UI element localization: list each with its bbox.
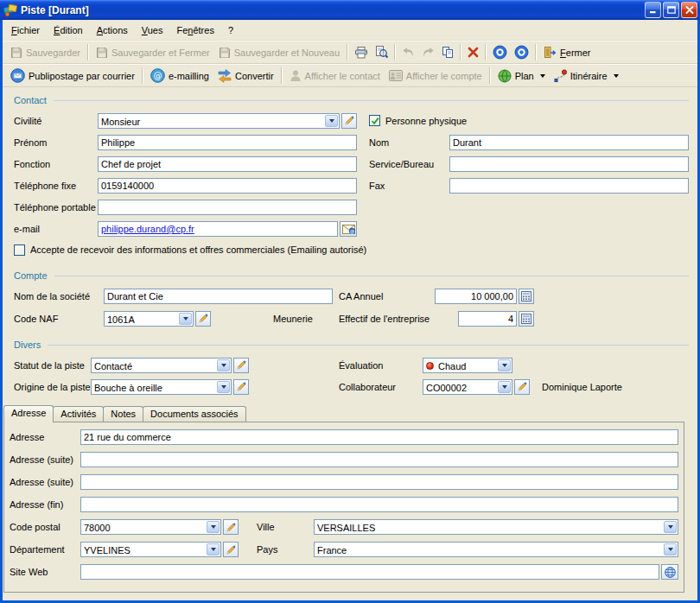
maximize-restore-button[interactable]	[663, 2, 679, 18]
origine-piste-edit-button[interactable]	[233, 379, 249, 395]
code-postal-dropdown-button[interactable]	[207, 521, 220, 533]
email-label: e-mail	[14, 224, 98, 234]
send-email-button[interactable]: @	[340, 221, 357, 237]
convert-icon	[218, 69, 232, 83]
statut-piste-edit-button[interactable]	[233, 358, 249, 373]
adresse-input[interactable]	[80, 429, 678, 445]
copy-button[interactable]	[438, 43, 457, 62]
adresse-suite2-input[interactable]	[80, 474, 678, 490]
code-naf-select[interactable]: 1061A	[104, 311, 194, 327]
personne-physique-checkbox[interactable]	[369, 115, 380, 126]
menu-actions[interactable]: Actions	[90, 22, 135, 38]
effectif-calculator-button[interactable]	[519, 311, 534, 327]
collaborateur-select[interactable]: CO00002	[423, 379, 512, 395]
adresse-row: Adresse	[10, 426, 678, 448]
itinerary-button[interactable]: Itinéraire	[550, 67, 623, 86]
statut-piste-select[interactable]: Contacté	[91, 358, 232, 373]
mailmerge-button[interactable]: Publipostage par courrier	[6, 67, 139, 86]
save-close-button[interactable]: Sauvegarder et Fermer	[92, 43, 214, 62]
site-web-input[interactable]	[80, 564, 659, 580]
emailing-optin-checkbox[interactable]	[14, 244, 25, 256]
save-button[interactable]: Sauvegarder	[6, 43, 85, 62]
code-naf-dropdown-button[interactable]	[179, 313, 192, 325]
ville-select[interactable]: VERSAILLES	[314, 519, 678, 535]
code-postal-edit-button[interactable]	[223, 519, 239, 535]
evaluation-label: Évaluation	[339, 360, 423, 371]
ca-annuel-label: CA Annuel	[339, 291, 435, 302]
origine-piste-dropdown-button[interactable]	[217, 381, 230, 393]
telephone-fixe-row: Téléphone fixe Fax	[14, 175, 689, 196]
societe-input[interactable]	[104, 289, 333, 304]
departement-edit-button[interactable]	[223, 542, 239, 557]
previous-record-button[interactable]	[489, 43, 511, 62]
open-website-button[interactable]	[661, 564, 678, 580]
menu-vues[interactable]: Vues	[135, 22, 170, 38]
evaluation-select[interactable]: Chaud	[423, 358, 512, 373]
pays-dropdown-button[interactable]	[664, 543, 677, 555]
emailing-button[interactable]: @ e-mailling	[146, 67, 213, 86]
collaborateur-name: Dominique Laporte	[542, 382, 622, 392]
close-form-button[interactable]: Fermer	[539, 43, 595, 62]
chevron-down-icon	[183, 317, 188, 321]
app-window: Piste [Durant] Fichier Édition Actions V…	[0, 0, 700, 603]
prenom-input[interactable]	[98, 135, 357, 150]
plan-button[interactable]: Plan	[493, 67, 550, 86]
collaborateur-edit-button[interactable]	[514, 379, 530, 395]
toolbar-separator	[394, 44, 396, 60]
email-input[interactable]	[98, 221, 338, 237]
fonction-input[interactable]	[98, 156, 357, 172]
code-postal-row: Code postal 78000 Ville VERSAILLES	[10, 516, 678, 538]
convert-button[interactable]: Convertir	[213, 67, 278, 86]
pays-select[interactable]: France	[314, 542, 678, 557]
menu-fichier[interactable]: Fichier	[4, 22, 47, 38]
svg-text:@: @	[153, 71, 162, 80]
civilite-edit-button[interactable]	[341, 113, 357, 129]
show-account-button[interactable]: Afficher le compte	[385, 67, 487, 86]
menu-fenetres[interactable]: Fenêtres	[169, 22, 220, 38]
telephone-fixe-label: Téléphone fixe	[14, 181, 98, 191]
ville-dropdown-button[interactable]	[664, 521, 677, 533]
effectif-input[interactable]	[458, 311, 517, 327]
site-web-label: Site Web	[10, 567, 80, 577]
ca-annuel-calculator-button[interactable]	[519, 289, 534, 304]
statut-piste-dropdown-button[interactable]	[217, 359, 230, 371]
close-icon	[685, 6, 694, 14]
redo-button[interactable]	[418, 43, 438, 62]
show-contact-button[interactable]: Afficher le contact	[285, 67, 385, 86]
code-naf-description: Meunerie	[273, 314, 313, 324]
minimize-button[interactable]	[645, 2, 661, 18]
nom-input[interactable]	[449, 135, 689, 150]
origine-piste-select[interactable]: Bouche à oreille	[91, 379, 232, 395]
close-button[interactable]	[681, 2, 697, 18]
civilite-dropdown-button[interactable]	[325, 115, 338, 127]
tab-adresse[interactable]: Adresse	[3, 405, 54, 422]
code-postal-value: 78000	[81, 520, 206, 534]
menu-edition[interactable]: Édition	[47, 22, 90, 38]
code-postal-select[interactable]: 78000	[80, 519, 221, 535]
service-bureau-input[interactable]	[449, 156, 689, 172]
departement-select[interactable]: YVELINES	[80, 542, 221, 557]
evaluation-dropdown-button[interactable]	[498, 359, 511, 371]
collaborateur-dropdown-button[interactable]	[498, 381, 511, 393]
toolbar-separator	[489, 67, 491, 84]
pencil-icon	[199, 314, 208, 323]
adresse-fin-input[interactable]	[80, 497, 678, 512]
ca-annuel-input[interactable]	[435, 289, 517, 304]
menu-aide[interactable]: ?	[221, 22, 240, 38]
tab-documents-associes[interactable]: Documents associés	[143, 406, 246, 422]
fax-input[interactable]	[449, 178, 689, 194]
telephone-fixe-input[interactable]	[98, 178, 357, 194]
save-new-button[interactable]: Sauvegarder et Nouveau	[214, 43, 344, 62]
print-button[interactable]	[351, 43, 372, 62]
next-record-button[interactable]	[511, 43, 532, 62]
departement-dropdown-button[interactable]	[207, 543, 220, 555]
adresse-suite-input[interactable]	[80, 452, 678, 467]
tab-notes[interactable]: Notes	[103, 406, 143, 422]
print-preview-button[interactable]	[372, 43, 391, 62]
undo-button[interactable]	[398, 43, 418, 62]
code-naf-edit-button[interactable]	[195, 311, 211, 327]
telephone-portable-input[interactable]	[98, 200, 357, 215]
civilite-select[interactable]: Monsieur	[98, 113, 340, 129]
tab-activites[interactable]: Activités	[53, 406, 104, 422]
delete-button[interactable]	[464, 43, 482, 62]
